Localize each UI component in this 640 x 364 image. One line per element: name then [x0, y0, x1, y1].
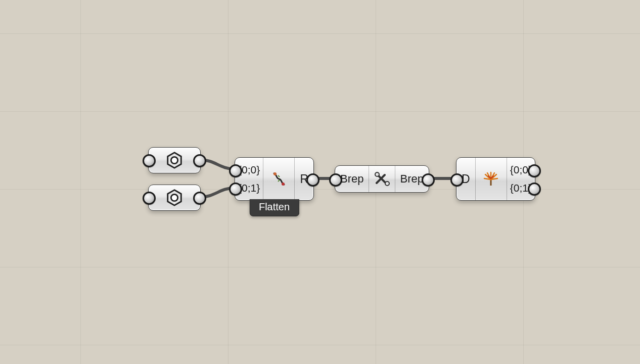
- output-port[interactable]: [306, 173, 319, 187]
- canvas-grid: [0, 0, 640, 364]
- wires-layer: [0, 0, 640, 364]
- output-port[interactable]: [193, 154, 206, 167]
- svg-point-1: [171, 157, 177, 163]
- wrench-cross-icon: [375, 172, 390, 186]
- hex-nut-icon: [165, 188, 184, 207]
- input-port-0[interactable]: [229, 164, 242, 177]
- component-icon-area: [263, 158, 294, 200]
- input-port[interactable]: [143, 154, 156, 167]
- output-port[interactable]: [422, 173, 435, 187]
- input-port[interactable]: [329, 173, 342, 187]
- svg-point-5: [282, 183, 285, 186]
- node-body: [149, 185, 200, 210]
- svg-point-6: [375, 172, 379, 176]
- svg-point-7: [385, 181, 389, 186]
- node-body: [149, 148, 200, 173]
- brep-join-component[interactable]: Brep Brep: [335, 165, 429, 193]
- component-icon-area: [476, 158, 507, 200]
- entwine-component[interactable]: {0;0} {0;1} R Flatten: [235, 157, 314, 201]
- svg-point-3: [171, 194, 177, 201]
- brep-param-node-b[interactable]: [148, 185, 201, 211]
- explode-tree-component[interactable]: D {0;0} {0;1}: [456, 157, 535, 201]
- input-port[interactable]: [143, 192, 156, 205]
- output-port-0[interactable]: [528, 164, 541, 177]
- output-port-1[interactable]: [528, 183, 541, 196]
- output-port[interactable]: [193, 192, 206, 205]
- entwine-icon: [272, 171, 286, 187]
- input-port[interactable]: [450, 173, 464, 187]
- grasshopper-canvas[interactable]: {0;0} {0;1} R Flatten Brep Brep: [0, 0, 640, 364]
- component-icon-area: [369, 166, 394, 192]
- svg-point-4: [273, 172, 277, 175]
- explode-tree-icon: [483, 171, 498, 187]
- input-port-1[interactable]: [229, 183, 242, 196]
- flatten-tag: Flatten: [249, 199, 299, 216]
- brep-param-node-a[interactable]: [148, 147, 201, 173]
- hex-nut-icon: [165, 151, 184, 170]
